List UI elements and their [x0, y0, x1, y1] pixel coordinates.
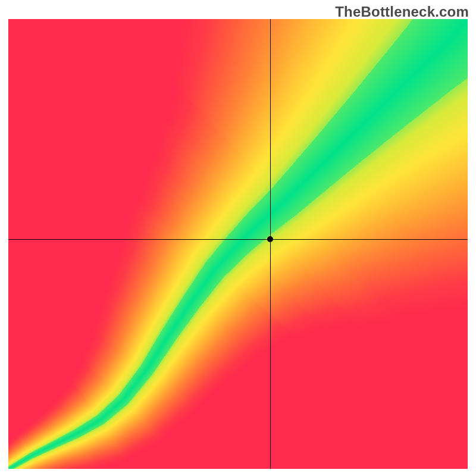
watermark-text: TheBottleneck.com: [335, 4, 469, 20]
heatmap-canvas: [8, 19, 468, 469]
heatmap-plot: [8, 19, 468, 469]
